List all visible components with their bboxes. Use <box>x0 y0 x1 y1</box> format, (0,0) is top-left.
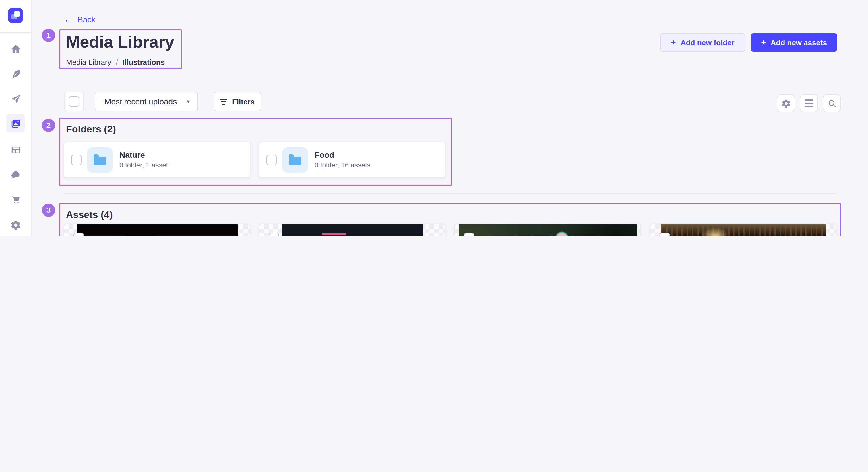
folder-checkbox[interactable] <box>267 155 277 165</box>
chevron-down-icon: ▼ <box>186 99 191 104</box>
media-library-icon <box>10 118 21 129</box>
folder-meta: 0 folder, 16 assets <box>315 161 371 169</box>
folder-text: Nature 0 folder, 1 asset <box>119 150 168 169</box>
sidebar-item-settings[interactable] <box>6 216 25 234</box>
asset-card[interactable]: what-s-inside-a-black-hole JPEG - 800✕46… <box>64 224 250 236</box>
asset-thumbnail-shrimp <box>458 224 637 236</box>
select-all-container <box>64 92 84 111</box>
layout-icon <box>10 144 21 155</box>
asset-checkbox[interactable] <box>660 233 670 236</box>
breadcrumb-current: Illustrations <box>123 58 165 67</box>
asset-checkbox[interactable] <box>269 233 279 236</box>
back-link[interactable]: ← Back <box>64 15 95 24</box>
sidebar-divider <box>0 32 32 33</box>
folder-meta: 0 folder, 1 asset <box>119 161 168 169</box>
assets-heading: Assets (4) <box>66 209 113 221</box>
sidebar-item-media-library[interactable] <box>6 114 25 133</box>
select-all-checkbox[interactable] <box>69 96 79 107</box>
back-label: Back <box>78 15 95 24</box>
search-button[interactable] <box>823 94 841 112</box>
plus-icon: + <box>671 38 676 46</box>
folder-name: Nature <box>119 150 168 160</box>
sidebar-item-home[interactable] <box>6 40 25 58</box>
strapi-logo[interactable] <box>8 8 23 23</box>
breadcrumb-separator: / <box>116 58 118 67</box>
view-settings-button[interactable] <box>777 94 795 112</box>
gear-icon <box>10 220 21 230</box>
sidebar-item-marketplace[interactable] <box>6 190 25 208</box>
folder-checkbox[interactable] <box>71 155 82 165</box>
back-arrow-icon: ← <box>64 15 73 24</box>
list-view-button[interactable] <box>800 94 818 112</box>
folder-card-food[interactable]: Food 0 folder, 16 assets <box>259 142 445 178</box>
filters-label: Filters <box>232 97 255 106</box>
asset-thumbnail-library <box>661 224 826 236</box>
sidebar-item-content-manager[interactable] <box>6 65 25 83</box>
folder-card-nature[interactable]: Nature 0 folder, 1 asset <box>64 142 250 178</box>
annotation-step-1: 1 <box>42 29 55 42</box>
asset-preview <box>64 224 250 236</box>
annotation-step-3: 3 <box>42 204 55 217</box>
cart-icon <box>10 194 21 204</box>
folder-name: Food <box>315 150 371 160</box>
asset-preview <box>650 224 836 236</box>
media-library-page: KD ← Back 1 Media Library Media Library … <box>0 0 868 236</box>
filters-button[interactable]: Filters <box>214 92 261 111</box>
folders-heading: Folders (2) <box>66 124 116 135</box>
folder-text: Food 0 folder, 16 assets <box>315 150 371 169</box>
gear-icon <box>781 98 791 108</box>
annotation-step-2: 2 <box>42 119 55 132</box>
cloud-icon <box>10 169 21 180</box>
asset-preview <box>455 224 640 236</box>
page-title: Media Library <box>66 33 174 52</box>
sidebar-item-releases[interactable] <box>6 90 25 108</box>
plus-icon: + <box>761 38 766 46</box>
add-new-folder-label: Add new folder <box>681 38 735 47</box>
filter-icon <box>220 98 228 105</box>
folder-tile <box>87 147 113 172</box>
paper-plane-icon <box>10 93 21 104</box>
home-icon <box>10 43 21 54</box>
list-icon <box>805 100 813 107</box>
folder-icon <box>94 157 106 165</box>
breadcrumb-root[interactable]: Media Library <box>66 58 112 67</box>
sidebar-item-cloud[interactable] <box>6 165 25 183</box>
sort-dropdown[interactable]: Most recent uploads ▼ <box>95 92 198 111</box>
breadcrumb: Media Library / Illustrations <box>66 58 165 67</box>
logo-shape <box>11 14 17 20</box>
asset-checkbox[interactable] <box>73 233 84 236</box>
sidebar-item-content-type-builder[interactable] <box>6 140 25 159</box>
asset-card[interactable]: a-bug-is-becoming-a-meme-on-the-internet… <box>259 224 445 236</box>
sidebar: KD <box>0 0 32 236</box>
add-new-assets-label: Add new assets <box>771 38 827 47</box>
asset-card[interactable]: this-shrimp-is-awesome JPEG - 1200✕630 I… <box>454 224 641 236</box>
asset-thumbnail-black-hole <box>76 224 237 236</box>
feather-icon <box>10 69 21 79</box>
sort-dropdown-value: Most recent uploads <box>104 97 177 106</box>
section-divider <box>64 193 836 194</box>
folder-icon <box>289 157 301 165</box>
add-new-folder-button[interactable]: + Add new folder <box>660 33 745 52</box>
search-icon <box>827 98 837 108</box>
folder-tile <box>282 147 308 172</box>
asset-card[interactable]: the-internet-s-own-boy JPEG - 1200✕707 I… <box>650 224 836 236</box>
asset-preview <box>259 224 445 236</box>
asset-thumbnail-code-laptop <box>282 224 423 236</box>
asset-checkbox[interactable] <box>464 233 474 236</box>
add-new-assets-button[interactable]: + Add new assets <box>751 33 837 52</box>
